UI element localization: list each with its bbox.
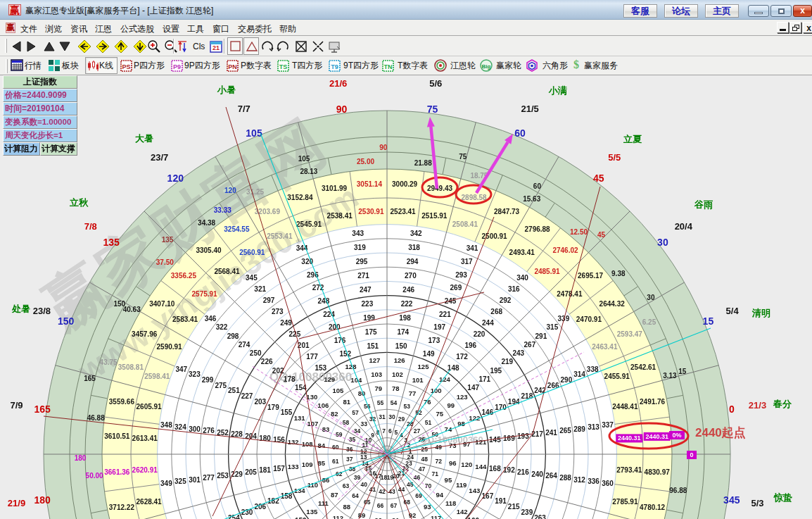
svg-text:立夏: 立夏 [623, 134, 642, 144]
svg-text:46: 46 [414, 474, 421, 481]
svg-text:3457.96: 3457.96 [132, 330, 158, 338]
svg-text:48: 48 [421, 456, 428, 463]
svg-text:299: 299 [202, 376, 214, 384]
svg-text:21/6: 21/6 [329, 78, 347, 89]
svg-text:195: 195 [490, 367, 502, 375]
svg-text:0: 0 [690, 451, 693, 458]
svg-text:3610.51: 3610.51 [104, 432, 130, 440]
svg-text:46.88: 46.88 [87, 414, 105, 422]
svg-text:216: 216 [517, 468, 529, 476]
svg-text:226: 226 [261, 358, 273, 365]
svg-text:处暑: 处暑 [11, 304, 30, 314]
svg-text:323: 323 [189, 370, 201, 378]
svg-text:360: 360 [602, 480, 614, 487]
svg-text:301: 301 [189, 476, 201, 484]
svg-text:157: 157 [273, 465, 285, 473]
svg-text:30: 30 [657, 237, 668, 248]
svg-text:3661.36: 3661.36 [104, 468, 130, 476]
svg-text:112: 112 [333, 514, 343, 519]
svg-text:118: 118 [445, 499, 456, 507]
svg-text:58: 58 [343, 419, 350, 426]
svg-text:135: 135 [306, 508, 318, 515]
svg-text:37.50: 37.50 [156, 258, 174, 266]
svg-text:小满: 小满 [548, 85, 567, 96]
svg-text:219: 219 [501, 358, 513, 365]
svg-text:40: 40 [361, 481, 368, 488]
svg-text:2590.91: 2590.91 [157, 343, 183, 351]
svg-text:254: 254 [228, 514, 240, 519]
svg-text:205: 205 [245, 468, 257, 476]
svg-text:289: 289 [573, 425, 585, 433]
svg-text:45: 45 [597, 231, 606, 239]
svg-text:180: 180 [34, 494, 51, 506]
svg-text:2448.41: 2448.41 [612, 403, 638, 411]
svg-text:179: 179 [267, 404, 279, 411]
svg-text:99: 99 [447, 401, 455, 409]
svg-text:64: 64 [352, 492, 359, 499]
svg-text:2440起点: 2440起点 [695, 426, 746, 439]
svg-text:66: 66 [377, 502, 384, 509]
svg-text:181: 181 [259, 466, 271, 474]
svg-text:2491.76: 2491.76 [640, 398, 666, 406]
svg-text:47: 47 [419, 465, 426, 473]
svg-text:21/9: 21/9 [8, 498, 25, 508]
svg-text:312: 312 [573, 476, 585, 484]
svg-text:276: 276 [203, 427, 215, 434]
svg-text:Big: Big [482, 63, 491, 70]
svg-text:105: 105 [246, 127, 262, 139]
svg-text:218: 218 [521, 392, 533, 400]
svg-text:340: 340 [516, 274, 528, 282]
svg-text:199: 199 [363, 314, 375, 322]
svg-text:168: 168 [489, 465, 501, 473]
svg-text:135: 135 [103, 237, 120, 248]
svg-text:21/5: 21/5 [521, 104, 539, 114]
svg-text:95: 95 [445, 476, 452, 484]
svg-text:23/8: 23/8 [33, 306, 51, 316]
svg-text:96.88: 96.88 [669, 487, 687, 494]
svg-text:341: 341 [467, 244, 478, 252]
svg-text:2695.17: 2695.17 [578, 272, 604, 280]
svg-text:2530.91: 2530.91 [358, 208, 384, 215]
svg-text:春分: 春分 [773, 399, 792, 409]
svg-text:2793.41: 2793.41 [616, 466, 642, 474]
svg-text:大暑: 大暑 [135, 133, 153, 144]
svg-text:29: 29 [398, 415, 405, 423]
svg-text:36: 36 [346, 446, 353, 453]
svg-text:298: 298 [227, 332, 239, 340]
svg-text:288: 288 [559, 474, 571, 482]
svg-text:318: 318 [408, 244, 420, 251]
svg-text:317: 317 [461, 258, 473, 265]
svg-text:174: 174 [397, 328, 409, 336]
svg-text:23/7: 23/7 [151, 152, 168, 163]
svg-text:3101.99: 3101.99 [322, 185, 348, 192]
svg-text:147: 147 [467, 384, 479, 392]
svg-text:2949.43: 2949.43 [427, 185, 453, 192]
svg-text:51: 51 [425, 419, 432, 426]
svg-text:102: 102 [392, 370, 403, 378]
svg-text:153: 153 [315, 364, 326, 372]
svg-text:20/4: 20/4 [675, 221, 693, 232]
svg-text:2620.91: 2620.91 [132, 466, 158, 474]
svg-text:31: 31 [379, 413, 386, 420]
svg-text:5: 5 [394, 429, 398, 436]
svg-text:2568.41: 2568.41 [214, 268, 240, 275]
svg-text:5/6: 5/6 [429, 78, 442, 89]
svg-text:103: 103 [371, 370, 382, 378]
svg-text:293: 293 [455, 271, 467, 279]
svg-text:PN: PN [228, 63, 237, 70]
svg-text:108: 108 [302, 440, 313, 448]
svg-text:15.63: 15.63 [523, 195, 540, 203]
svg-text:224: 224 [323, 311, 335, 318]
svg-text:5/5: 5/5 [608, 152, 621, 163]
svg-text:126: 126 [394, 356, 405, 364]
svg-text:295: 295 [356, 258, 368, 265]
svg-text:196: 196 [464, 342, 476, 349]
svg-text:322: 322 [216, 323, 228, 331]
svg-text:148: 148 [448, 364, 459, 372]
svg-text:2493.41: 2493.41 [509, 249, 535, 256]
svg-text:39: 39 [354, 474, 361, 481]
svg-text:221: 221 [439, 311, 451, 318]
svg-text:197: 197 [433, 323, 445, 331]
svg-text:81: 81 [343, 398, 350, 406]
svg-text:152: 152 [339, 350, 351, 358]
